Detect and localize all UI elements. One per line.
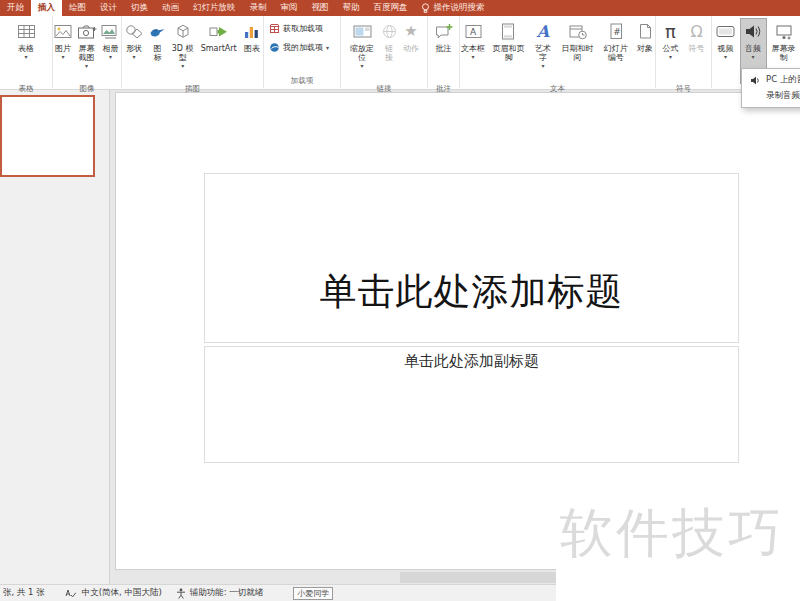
tab-record[interactable]: 录制: [243, 0, 274, 16]
button-label: 视频: [718, 44, 734, 53]
3d-models-button[interactable]: 3D 模型 ▾: [169, 18, 197, 84]
omega-icon: Ω: [690, 19, 702, 44]
slide-thumbnail-panel: [0, 89, 110, 584]
group-label-illustrations: 插图: [122, 84, 263, 94]
tab-view[interactable]: 视图: [305, 0, 336, 16]
button-label: 形状: [126, 44, 142, 53]
button-label: 缩放定位: [347, 44, 377, 62]
chart-button[interactable]: 图表: [241, 18, 263, 84]
button-label: 屏幕录制: [770, 44, 798, 62]
xiaoai-badge: 小爱同学: [293, 587, 333, 600]
datetime-button[interactable]: 日期和时间: [558, 18, 597, 84]
shapes-icon: [125, 19, 143, 44]
screenshot-button[interactable]: 屏幕截图 ▾: [74, 18, 99, 84]
dropdown-caret: ▾: [61, 54, 64, 60]
object-icon: [638, 19, 652, 44]
my-addins-icon: [269, 42, 280, 53]
button-label: 音频: [745, 44, 761, 53]
menu-item-label: PC 上的音频: [766, 74, 800, 86]
accessibility-status[interactable]: 辅助功能: 一切就绪: [190, 587, 264, 599]
symbol-button: Ω 符号: [687, 18, 707, 84]
tab-insert[interactable]: 插入: [31, 0, 62, 16]
video-button[interactable]: 视频 ▾: [714, 18, 738, 84]
button-label: 图片: [55, 44, 71, 53]
button-label: 批注: [436, 44, 452, 53]
zoom-link-button[interactable]: 缩放定位 ▾: [346, 18, 378, 84]
tab-draw[interactable]: 绘图: [62, 0, 93, 16]
ribbon-group-images: 图片 ▾ 屏幕截图 ▾ 相册 ▾ 图像: [53, 16, 122, 88]
button-label: 相册: [103, 44, 119, 53]
button-label: SmartArt: [201, 44, 237, 53]
menu-item-label: 录制音频(R: [766, 90, 800, 102]
slide-thumbnail-1[interactable]: [0, 95, 95, 177]
button-label: 动作: [403, 44, 419, 53]
action-button: ★ 动作: [400, 18, 422, 84]
button-label: 链接: [383, 44, 395, 62]
tab-transitions[interactable]: 切换: [124, 0, 155, 16]
button-label: 文本框: [461, 44, 485, 53]
my-addins-button[interactable]: 我的加载项 ▾: [269, 42, 329, 53]
slide-number-button[interactable]: # 幻灯片编号: [600, 18, 632, 84]
cube-icon: [174, 19, 192, 44]
slide-number-icon: #: [609, 19, 623, 44]
link-button: 链接: [382, 18, 396, 84]
dropdown-caret: ▾: [541, 63, 544, 69]
tell-me-search[interactable]: 操作说明搜索: [415, 0, 491, 16]
photo-album-button[interactable]: 相册 ▾: [100, 18, 121, 84]
dropdown-caret: ▾: [471, 54, 474, 60]
object-button[interactable]: 对象: [635, 18, 655, 84]
tab-baidu-netdisk[interactable]: 百度网盘: [367, 0, 415, 16]
wordart-icon: A: [537, 19, 549, 44]
tab-slideshow[interactable]: 幻灯片放映: [186, 0, 243, 16]
button-label: 图标: [150, 44, 165, 62]
button-label: 屏幕截图: [75, 44, 98, 62]
dropdown-caret: ▾: [24, 54, 27, 60]
ribbon-group-addins: 获取加载项 我的加载项 ▾ 加载项: [264, 16, 341, 88]
insert-picture-button[interactable]: 图片 ▾: [53, 18, 73, 84]
equation-button[interactable]: π 公式 ▾: [661, 18, 681, 84]
textbox-button[interactable]: A 文本框 ▾: [460, 18, 486, 84]
tab-design[interactable]: 设计: [93, 0, 124, 16]
title-placeholder[interactable]: 单击此处添加标题: [204, 173, 739, 343]
zoom-link-icon: [353, 19, 372, 44]
menu-item-record-audio[interactable]: 录制音频(R: [742, 88, 800, 104]
button-label: 图表: [244, 44, 260, 53]
group-label-addins: 加载项: [264, 76, 340, 88]
ribbon-group-comments: 批注 批注: [428, 16, 460, 88]
header-footer-button[interactable]: 页眉和页脚: [489, 18, 528, 84]
powerpoint-window: 开始 插入 绘图 设计 切换 动画 幻灯片放映 录制 审阅 视图 帮助 百度网盘…: [0, 0, 800, 601]
language-indicator[interactable]: 中文(简体, 中国大陆): [82, 587, 162, 599]
group-label-symbols: 符号: [656, 84, 711, 94]
wordart-button[interactable]: A 艺术字 ▾: [531, 18, 555, 84]
button-label: 幻灯片编号: [601, 44, 631, 62]
icons-button[interactable]: 图标: [149, 18, 166, 84]
smartart-button[interactable]: SmartArt: [199, 18, 237, 84]
button-label: 3D 模型: [170, 44, 196, 62]
horizontal-scrollbar-thumb[interactable]: [400, 572, 560, 583]
tab-home[interactable]: 开始: [0, 0, 31, 16]
bird-icon: [149, 19, 166, 44]
table-icon: [17, 19, 36, 44]
shapes-button[interactable]: 形状 ▾: [122, 18, 146, 84]
video-icon: [716, 19, 735, 44]
tab-animations[interactable]: 动画: [155, 0, 186, 16]
spellcheck-icon[interactable]: [65, 588, 76, 598]
menu-item-audio-on-pc[interactable]: PC 上的音频: [742, 72, 800, 88]
dropdown-caret: ▾: [181, 63, 184, 69]
bar-chart-icon: [243, 19, 260, 44]
ribbon-group-symbols: π 公式 ▾ Ω 符号 符号: [656, 16, 712, 88]
group-label-comments: 批注: [428, 84, 459, 94]
group-label-text: 文本: [460, 84, 655, 94]
get-addins-button[interactable]: 获取加载项: [269, 23, 323, 34]
subtitle-placeholder[interactable]: 单击此处添加副标题: [204, 346, 739, 463]
slide-counter[interactable]: 张, 共 1 张: [3, 587, 45, 599]
tab-review[interactable]: 审阅: [274, 0, 305, 16]
insert-table-button[interactable]: 表格 ▾: [16, 18, 37, 84]
lightbulb-icon: [421, 3, 430, 14]
tab-help[interactable]: 帮助: [336, 0, 367, 16]
button-label: 获取加载项: [283, 23, 323, 34]
speaker-icon: [749, 75, 761, 86]
header-footer-icon: [501, 19, 515, 44]
comment-icon: [435, 19, 453, 44]
new-comment-button[interactable]: 批注: [431, 18, 457, 84]
